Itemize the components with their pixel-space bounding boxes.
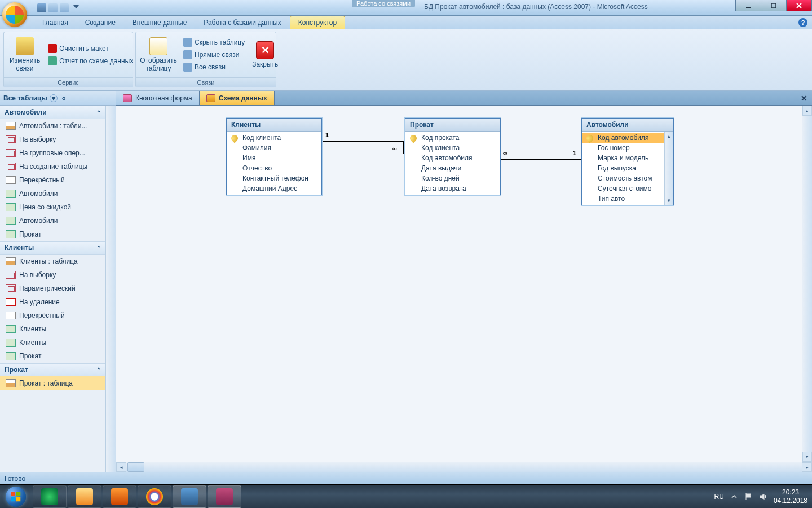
canvas-h-scrollbar[interactable]: ◂▸ [116, 462, 812, 472]
navigation-pane: Все таблицы ▾ « Автомобили⌃Автомобили : … [0, 91, 116, 472]
relationship-report-button[interactable]: Отчет по схеме данных [46, 55, 135, 67]
tab-create[interactable]: Создание [77, 16, 124, 29]
field-row[interactable]: Суточная стоимо [582, 183, 664, 194]
task-item[interactable] [173, 485, 206, 508]
field-row[interactable]: Код автомобиля [582, 133, 664, 143]
ribbon: Изменить связи Очистить макет Отчет по с… [0, 29, 812, 90]
nav-item[interactable]: Клиенты : таблица [0, 255, 105, 268]
field-row[interactable]: Код клиента [227, 133, 321, 143]
field-row[interactable]: Код клиента [405, 143, 500, 153]
field-row[interactable]: Домашний Адрес [227, 183, 321, 194]
volume-icon[interactable] [759, 492, 768, 501]
hide-table-button[interactable]: Скрыть таблицу [181, 37, 247, 48]
ribbon-tabs: Главная Создание Внешние данные Работа с… [0, 16, 812, 29]
nav-item[interactable]: На групповые опер... [0, 146, 105, 160]
start-button[interactable] [0, 485, 32, 509]
field-row[interactable]: Год выпуска [582, 163, 664, 173]
minimize-button[interactable] [735, 0, 761, 11]
edit-relationships-button[interactable]: Изменить связи [6, 34, 43, 75]
table-icon [149, 37, 167, 55]
tray-lang[interactable]: RU [714, 493, 724, 501]
show-table-button[interactable]: Отобразить таблицу [138, 34, 179, 75]
tray-up-icon[interactable] [730, 492, 739, 501]
nav-item[interactable]: Автомобили : табли... [0, 119, 105, 133]
maximize-button[interactable] [761, 0, 787, 11]
table-title: Автомобили [582, 119, 673, 132]
nav-item[interactable]: На создание таблицы [0, 160, 105, 173]
tab-design[interactable]: Конструктор [290, 16, 345, 29]
close-tab-icon[interactable]: ✕ [796, 91, 812, 105]
clock[interactable]: 20:2304.12.2018 [774, 488, 807, 505]
direct-relationships-button[interactable]: Прямые связи [181, 49, 247, 60]
tab-home[interactable]: Главная [34, 16, 77, 29]
nav-item[interactable]: Прокат : таблица [0, 376, 105, 390]
close-button-ribbon[interactable]: ✕ Закрыть [249, 34, 281, 75]
field-row[interactable]: Кол-во дней [405, 173, 500, 183]
form-icon [6, 190, 16, 198]
field-row[interactable]: Отчество [227, 163, 321, 173]
table-cars[interactable]: Автомобили Код автомобиляГос номерМарка … [581, 118, 674, 205]
nav-item[interactable]: Перекрёстный [0, 173, 105, 187]
nav-item[interactable]: На выборку [0, 133, 105, 146]
task-item[interactable] [33, 485, 67, 508]
doc-tab-schema[interactable]: Схема данных [200, 91, 275, 105]
field-row[interactable]: Гос номер [582, 143, 664, 153]
redo-icon[interactable] [60, 3, 69, 12]
nav-group-header[interactable]: Автомобили⌃ [0, 106, 105, 119]
nav-item[interactable]: Параметрический [0, 282, 105, 295]
task-item[interactable] [68, 485, 102, 508]
tab-label: Кнопочная форма [135, 94, 192, 102]
office-button[interactable] [2, 2, 27, 27]
nav-group-header[interactable]: Прокат⌃ [0, 363, 105, 376]
task-item[interactable] [138, 485, 171, 508]
field-row[interactable]: Код автомобиля [405, 153, 500, 163]
task-item[interactable] [103, 485, 136, 508]
relationships-canvas[interactable]: 1 ∞ ∞ 1 Клиенты Код клиентаФамилияИмяОтч… [116, 106, 802, 462]
table-scrollbar[interactable]: ▴▾ [664, 132, 673, 205]
undo-icon[interactable] [48, 3, 58, 12]
nav-item[interactable]: Перекрёстный [0, 309, 105, 322]
field-row[interactable]: Стоимость автом [582, 173, 664, 183]
clear-layout-button[interactable]: Очистить макет [46, 43, 135, 54]
nav-collapse-icon[interactable]: « [62, 94, 66, 102]
field-row[interactable]: Дата возврата [405, 183, 500, 194]
nav-item[interactable]: Клиенты [0, 322, 105, 336]
nav-item-label: Перекрёстный [19, 176, 65, 184]
field-row[interactable]: Дата выдачи [405, 163, 500, 173]
qat-dropdown-icon[interactable] [73, 5, 79, 11]
field-row[interactable]: Контактный телефон [227, 173, 321, 183]
close-button[interactable] [786, 0, 812, 11]
nav-item[interactable]: На удаление [0, 295, 105, 309]
nav-item[interactable]: Автомобили [0, 187, 105, 200]
field-row[interactable]: Марка и модель [582, 153, 664, 163]
nav-header[interactable]: Все таблицы ▾ « [0, 91, 116, 106]
flag-icon[interactable] [744, 492, 753, 501]
nav-item[interactable]: На выборку [0, 268, 105, 282]
nav-scrollbar[interactable] [105, 106, 116, 472]
help-icon[interactable]: ? [798, 18, 807, 27]
field-row[interactable]: Имя [227, 153, 321, 163]
tab-external[interactable]: Внешние данные [124, 16, 196, 29]
field-row[interactable]: Тип авто [582, 194, 664, 204]
nav-item[interactable]: Цена со скидкой [0, 200, 105, 214]
svg-rect-1 [771, 3, 776, 8]
tab-database-tools[interactable]: Работа с базами данных [195, 16, 289, 29]
task-item-access[interactable] [208, 485, 241, 508]
nav-item[interactable]: Прокат [0, 227, 105, 241]
nav-item-label: Перекрёстный [19, 312, 65, 319]
nav-group-header[interactable]: Клиенты⌃ [0, 241, 105, 255]
date: 04.12.2018 [774, 497, 807, 505]
nav-item[interactable]: Прокат [0, 349, 105, 363]
canvas-v-scrollbar[interactable]: ▴▾ [802, 106, 812, 462]
field-row[interactable]: Код проката [405, 133, 500, 143]
nav-item[interactable]: Клиенты [0, 336, 105, 349]
doc-tab-form[interactable]: Кнопочная форма [116, 91, 200, 105]
save-icon[interactable] [37, 3, 46, 12]
nav-dropdown-icon[interactable]: ▾ [50, 94, 58, 102]
all-relationships-button[interactable]: Все связи [181, 62, 247, 73]
quick-access-toolbar [34, 0, 82, 15]
field-row[interactable]: Фамилия [227, 143, 321, 153]
table-rental[interactable]: Прокат Код прокатаКод клиентаКод автомоб… [405, 118, 501, 195]
nav-item[interactable]: Автомобили [0, 214, 105, 227]
table-clients[interactable]: Клиенты Код клиентаФамилияИмяОтчествоКон… [226, 118, 322, 195]
